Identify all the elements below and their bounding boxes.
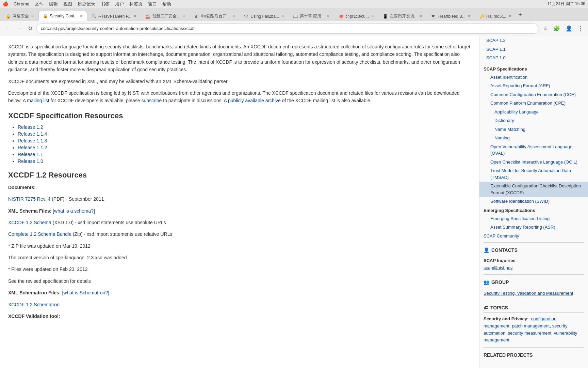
sidebar: SCAP 1.2 SCAP 1.1 SCAP 1.0 SCAP Specific… (479, 36, 588, 368)
sidebar-scap-12[interactable]: SCAP 1.2 (479, 36, 588, 45)
sidebar-name-matching[interactable]: Name Matching (479, 125, 588, 134)
topics-link-security-measure[interactable]: security measurement (508, 331, 552, 336)
menu-window[interactable]: 窗口 (148, 1, 157, 7)
new-tab-button[interactable]: + (516, 11, 525, 18)
bookmark-button[interactable]: ☆ (541, 24, 550, 33)
apple-menu[interactable]: 🍎 (3, 1, 8, 6)
sidebar-tmsad[interactable]: Trust Model for Security Automation Data… (479, 166, 588, 182)
subscribe-link[interactable]: subscribe (141, 98, 162, 103)
scap-inquiries-label: SCAP Inquiries (484, 258, 584, 263)
tab-close-1[interactable]: ✕ (31, 14, 34, 18)
release-link-3[interactable]: Release 1.1.2 (18, 145, 47, 150)
sidebar-dictionary[interactable]: Dictionary (479, 116, 588, 125)
menu-chrome[interactable]: Chrome (14, 1, 29, 6)
tab-dizhangjing[interactable]: 📖 第十章 应用... ✕ (289, 11, 334, 21)
xml-schematron-label: XML Schematron Files: (8, 290, 62, 295)
sidebar-scap-11[interactable]: SCAP 1.1 (479, 45, 588, 54)
tab-label-4: 创新工厂安全... (152, 13, 180, 19)
sidebar-divider-4 (484, 347, 584, 348)
emerging-specs-title: Emerging Specifications (479, 206, 588, 214)
tab-hibp[interactable]: 🔍 -- Have I Been P... ✕ (87, 11, 141, 21)
menu-view[interactable]: 视图 (63, 1, 72, 7)
release-link-5[interactable]: Release 1.0 (18, 158, 43, 164)
menu-users[interactable]: 用户 (115, 1, 124, 7)
extensions-button[interactable]: 🧩 (551, 24, 562, 33)
sidebar-swid[interactable]: Software Identification (SWID) (479, 197, 588, 206)
menu-history[interactable]: 历史记录 (78, 1, 95, 7)
tab-label-2: Security Cont... (50, 14, 78, 18)
nistir-link[interactable]: NISTIR 7275 Rev. 4 (8, 196, 50, 202)
zip-notes: * ZIP file was updated on Mar 19, 2012 T… (8, 242, 471, 285)
back-button[interactable]: ← (3, 24, 12, 33)
forward-button[interactable]: → (14, 24, 24, 33)
tab-close-7[interactable]: ✕ (327, 14, 330, 18)
group-title: 👥 GROUP (484, 279, 584, 285)
tab-close-2[interactable]: ✕ (80, 14, 83, 18)
tab-label-3: -- Have I Been P... (98, 14, 131, 19)
group-link[interactable]: Security Testing, Validation and Measure… (484, 290, 584, 296)
sidebar-naming[interactable]: Naming (479, 134, 588, 142)
tab-close-9[interactable]: ✕ (420, 14, 423, 18)
sidebar-ocil[interactable]: Open Checklist Interactive Language (OCI… (479, 158, 588, 167)
archive-link[interactable]: publicly available archive (228, 98, 281, 103)
sidebar-oval[interactable]: Open Vulnerability Assessment Language (… (479, 142, 588, 158)
sidebar-applicability-language[interactable]: Applicability Language (479, 108, 588, 117)
sidebar-divider-3 (484, 300, 584, 300)
nistir-line: NISTIR 7275 Rev. 4 (PDF) - September 201… (8, 195, 471, 203)
tab-close-4[interactable]: ✕ (182, 14, 185, 18)
menu-tabs[interactable]: 标签页 (129, 1, 143, 7)
tab-close-11[interactable]: ✕ (508, 14, 511, 18)
release-link-4[interactable]: Release 1.1 (18, 152, 43, 157)
complete-bundle-link[interactable]: Complete 1.2 Schema Bundle (8, 231, 71, 237)
os-menu-bar: 🍎 Chrome 文件 编辑 视图 历史记录 书签 用户 标签页 窗口 帮助 1… (0, 0, 588, 8)
sidebar-cce[interactable]: Common Configuration Enumeration (CCE) (479, 90, 588, 99)
menu-button[interactable]: ⋮ (576, 24, 585, 33)
menu-edit[interactable]: 编辑 (49, 1, 58, 7)
tab-iku[interactable]: 🖥 iku爱酷后台开... ✕ (190, 11, 239, 21)
scap-email-link[interactable]: scap@nist.gov (484, 264, 584, 271)
tab-wangluo[interactable]: 🔒 网络安全 ✕ (1, 11, 38, 21)
sidebar-scap-10[interactable]: SCAP 1.0 (479, 53, 588, 62)
tab-c4pr1c3[interactable]: 🐙 c4pr1c3/cu... ✕ (334, 11, 378, 21)
menu-file[interactable]: 文件 (35, 1, 44, 7)
release-link-0[interactable]: Release 1.2 (18, 124, 43, 130)
xccdf-schematron-link[interactable]: XCCDF 1.2 Schematron (8, 302, 60, 307)
profile-button[interactable]: 👤 (564, 24, 574, 33)
sidebar-related-section: RELATED PROJECTS (479, 350, 588, 361)
schematron-what-link[interactable]: [what is Schematron?] (62, 290, 109, 295)
tab-close-5[interactable]: ✕ (232, 14, 235, 18)
menu-help[interactable]: 帮助 (162, 1, 171, 7)
release-link-1[interactable]: Release 1.1.4 (18, 131, 47, 137)
sidebar-cpe[interactable]: Common Platform Enumeration (CPE) (479, 99, 588, 108)
tab-close-10[interactable]: ✕ (468, 14, 471, 18)
topics-bold: Security and Privacy: (484, 316, 528, 321)
xccdf-schema-link[interactable]: XCCDF 1.2 Schema (8, 220, 51, 225)
tab-yingyong[interactable]: 📱 在应用开发场... ✕ (378, 11, 427, 21)
release-item-4: Release 1.1 (18, 152, 471, 157)
tab-close-6[interactable]: ✕ (281, 14, 284, 18)
sidebar-arf[interactable]: Asset Reporting Format (ARF) (479, 81, 588, 90)
tab-favicon-4: 🏭 (145, 14, 150, 19)
tab-chuangxin[interactable]: 🏭 创新工厂安全... ✕ (141, 11, 190, 21)
tab-heartbleed[interactable]: ❤ Heartbleed B... ✕ (427, 11, 475, 21)
sidebar-emerging-listing[interactable]: Emerging Specification Listing (479, 214, 588, 223)
sidebar-xccdf[interactable]: Extensible Configuration Checklist Descr… (479, 182, 588, 197)
topics-divider (484, 312, 584, 313)
release-link-2[interactable]: Release 1.1.3 (18, 138, 47, 143)
tab-close-3[interactable]: ✕ (133, 14, 136, 18)
mailing-list-link[interactable]: mailing list (27, 98, 49, 103)
tab-ha-md5[interactable]: 🔑 Ha: md5:... ✕ (475, 11, 516, 21)
tab-fail2ban[interactable]: 🛡 Using Fail2ba... ✕ (240, 11, 289, 21)
topics-link-patch[interactable]: patch management (512, 323, 550, 328)
sidebar-asr[interactable]: Asset Summary Reporting (ASR) (479, 223, 588, 232)
tab-close-8[interactable]: ✕ (371, 14, 374, 18)
address-bar[interactable] (36, 24, 539, 34)
what-schema-link[interactable]: [what is a schema?] (53, 208, 95, 214)
sidebar-scap-community[interactable]: SCAP Community (479, 232, 588, 241)
sidebar-asset-identification[interactable]: Asset Identification (479, 73, 588, 82)
refresh-button[interactable]: ↻ (26, 24, 34, 33)
menu-bookmarks[interactable]: 书签 (101, 1, 110, 7)
release-item-2: Release 1.1.3 (18, 138, 471, 143)
zip-note-1: * ZIP file was updated on Mar 19, 2012 (8, 242, 471, 250)
tab-security-content[interactable]: 🔒 Security Cont... ✕ (38, 11, 87, 21)
